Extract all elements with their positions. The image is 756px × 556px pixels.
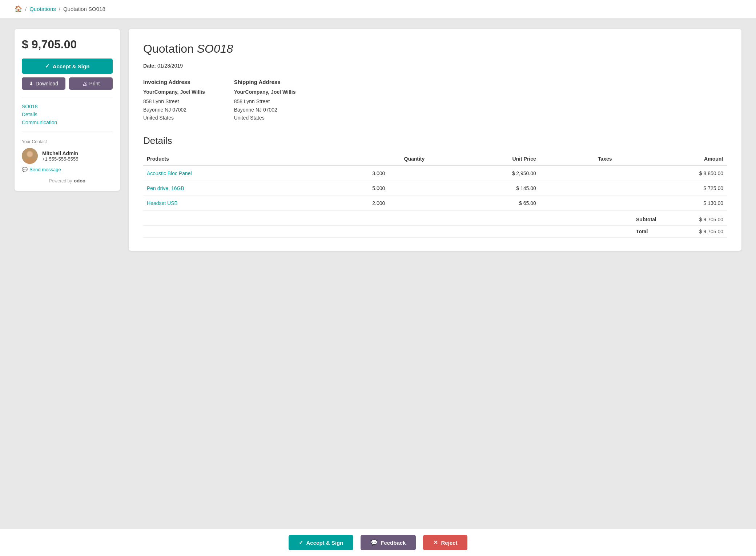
print-icon: 🖨: [82, 81, 87, 86]
powered-by: Powered by odoo: [22, 178, 113, 184]
amount-cell: $ 130.00: [615, 196, 727, 210]
sidebar-amount: $ 9,705.00: [22, 38, 113, 51]
amount-cell: $ 8,850.00: [615, 166, 727, 181]
product-link[interactable]: Headset USB: [147, 200, 178, 206]
odoo-logo: odoo: [74, 178, 85, 184]
taxes-cell: [540, 181, 616, 196]
table-row: Pen drive, 16GB 5.000 $ 145.00 $ 725.00: [143, 181, 727, 196]
sidebar-item-so018[interactable]: SO018: [22, 102, 113, 110]
col-unit-price: Unit Price: [428, 153, 539, 166]
breadcrumb-current: Quotation SO018: [63, 6, 105, 12]
bottom-bar: ✓ Accept & Sign 💬 Feedback ✕ Reject: [0, 529, 756, 556]
sidebar-item-details[interactable]: Details: [22, 110, 113, 118]
accept-sign-button[interactable]: ✓ Accept & Sign: [22, 59, 113, 74]
quotation-date: Date: 01/28/2019: [143, 63, 727, 69]
product-link[interactable]: Pen drive, 16GB: [147, 185, 184, 191]
send-message-link[interactable]: 💬 Send message: [22, 167, 113, 172]
sidebar: $ 9,705.00 ✓ Accept & Sign ⬇ Download 🖨 …: [15, 29, 120, 191]
bottom-reject-button[interactable]: ✕ Reject: [423, 535, 467, 550]
sidebar-item-communication[interactable]: Communication: [22, 118, 113, 126]
contact-phone: +1 555-555-5555: [42, 156, 78, 162]
message-icon: 💬: [22, 167, 28, 172]
total-row: Total $ 9,705.00: [143, 226, 727, 238]
details-section: Details Products Quantity Unit Price Tax…: [143, 135, 727, 238]
addresses: Invoicing Address YourCompany, Joel Will…: [143, 79, 727, 122]
bottom-check-icon: ✓: [299, 539, 303, 546]
unit-price-cell: $ 2,950.00: [428, 166, 539, 181]
breadcrumb-sep1: /: [25, 6, 27, 12]
taxes-cell: [540, 196, 616, 210]
breadcrumb-quotations-link[interactable]: Quotations: [29, 6, 56, 12]
products-table: Products Quantity Unit Price Taxes Amoun…: [143, 153, 727, 211]
bottom-accept-sign-button[interactable]: ✓ Accept & Sign: [289, 535, 354, 550]
taxes-cell: [540, 166, 616, 181]
main-content: Quotation SO018 Date: 01/28/2019 Invoici…: [129, 29, 741, 251]
checkmark-icon: ✓: [45, 63, 50, 69]
col-taxes: Taxes: [540, 153, 616, 166]
totals-section: Subtotal $ 9,705.00 Total $ 9,705.00: [143, 214, 727, 238]
col-products: Products: [143, 153, 329, 166]
bottom-feedback-button[interactable]: 💬 Feedback: [361, 535, 416, 550]
home-icon[interactable]: 🏠: [15, 5, 22, 13]
subtotal-row: Subtotal $ 9,705.00: [143, 214, 727, 226]
svg-point-3: [27, 152, 32, 157]
table-row: Acoustic Bloc Panel 3.000 $ 2,950.00 $ 8…: [143, 166, 727, 181]
avatar: [22, 148, 38, 164]
breadcrumb-sep2: /: [59, 6, 60, 12]
product-link[interactable]: Acoustic Bloc Panel: [147, 170, 192, 176]
contact-label: Your Contact: [22, 139, 113, 144]
sidebar-nav: SO018 Details Communication: [22, 97, 113, 132]
col-quantity: Quantity: [329, 153, 428, 166]
bottom-x-icon: ✕: [433, 539, 438, 546]
unit-price-cell: $ 145.00: [428, 181, 539, 196]
print-button[interactable]: 🖨 Print: [69, 77, 113, 90]
shipping-address: Shipping Address YourCompany, Joel Willi…: [234, 79, 296, 122]
col-amount: Amount: [615, 153, 727, 166]
quantity-cell: 5.000: [329, 181, 428, 196]
contact-section: Your Contact Mitchell Admin +1 555-555-5…: [22, 138, 113, 184]
bottom-chat-icon: 💬: [371, 539, 378, 546]
quotation-title: Quotation SO018: [143, 42, 727, 56]
download-icon: ⬇: [29, 81, 33, 86]
quantity-cell: 3.000: [329, 166, 428, 181]
quantity-cell: 2.000: [329, 196, 428, 210]
table-row: Headset USB 2.000 $ 65.00 $ 130.00: [143, 196, 727, 210]
download-button[interactable]: ⬇ Download: [22, 77, 65, 90]
contact-name: Mitchell Admin: [42, 150, 78, 156]
unit-price-cell: $ 65.00: [428, 196, 539, 210]
amount-cell: $ 725.00: [615, 181, 727, 196]
invoicing-address: Invoicing Address YourCompany, Joel Will…: [143, 79, 205, 122]
